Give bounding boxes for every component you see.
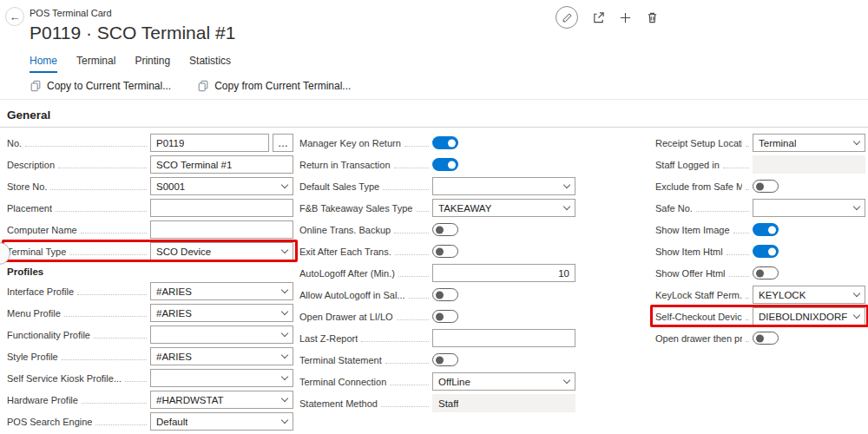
no-input[interactable]: P0119 [150, 134, 269, 152]
tab-home[interactable]: Home [30, 55, 57, 73]
field-label: Store No. [7, 181, 47, 192]
tab-printing[interactable]: Printing [135, 55, 170, 73]
action-copy-from-current-terminal[interactable]: Copy from Current Terminal... [197, 80, 351, 92]
dotted-leader [361, 341, 429, 342]
tab-terminal[interactable]: Terminal [76, 55, 115, 73]
keylock-staff-perm-gro-select[interactable]: KEYLOCK [753, 286, 865, 304]
autologoff-after-min-input[interactable]: 10 [432, 264, 575, 282]
show-item-image-toggle[interactable] [753, 223, 779, 236]
allow-autologoff-in-sal-toggle[interactable] [432, 288, 458, 301]
tab-strip: HomeTerminalPrintingStatistics [30, 55, 868, 73]
field-label: F&B Takeaway Sales Type [299, 203, 412, 214]
dotted-leader [397, 319, 429, 320]
dotted-leader [394, 168, 429, 168]
form-column-3: Receipt Setup LocationTerminalStaff Logg… [655, 132, 865, 349]
exit-after-each-trans-toggle[interactable] [432, 245, 458, 258]
field-control [432, 329, 575, 347]
f-b-takeaway-sales-type-select[interactable]: TAKEAWAY [432, 199, 575, 217]
field-control [753, 223, 865, 236]
online-trans-backup-toggle[interactable] [432, 223, 458, 236]
terminal-connection-select[interactable]: OffLine [432, 372, 575, 391]
field-row-exit-after-each-trans: Exit After Each Trans. [299, 240, 575, 262]
dotted-leader [95, 424, 147, 425]
description-input[interactable]: SCO Terminal #1 [150, 155, 293, 174]
field-label: Show Offer Html [655, 268, 726, 279]
action-bar-divider [0, 99, 868, 100]
last-z-report-input[interactable] [432, 329, 575, 347]
show-item-html-toggle[interactable] [753, 245, 779, 258]
field-control: #ARIES [150, 282, 293, 300]
field-row-show-offer-html: Show Offer Html [655, 262, 865, 284]
dotted-leader [56, 211, 147, 212]
interface-profile-select[interactable]: #ARIES [150, 282, 293, 300]
share-button[interactable] [592, 11, 605, 24]
dotted-leader [50, 189, 147, 190]
field-value: P0119 [156, 138, 184, 148]
functionality-profile-select[interactable] [150, 326, 293, 344]
field-label: Hardware Profile [7, 395, 78, 405]
tab-statistics[interactable]: Statistics [189, 55, 231, 73]
action-copy-to-current-terminal[interactable]: Copy to Current Terminal... [30, 80, 171, 92]
dotted-leader [390, 385, 429, 385]
field-row-exclude-from-safe-mgnt: Exclude from Safe Mgnt. [655, 175, 865, 197]
field-control: #ARIES [150, 304, 293, 322]
field-row-last-z-report: Last Z-Report [299, 327, 575, 349]
pencil-icon [562, 12, 573, 23]
terminal-statement-toggle[interactable] [432, 353, 458, 366]
edit-button[interactable] [556, 6, 578, 29]
field-row-interface-profile: Interface Profile#ARIES [7, 280, 293, 302]
field-control [150, 326, 293, 344]
delete-button[interactable] [646, 11, 659, 24]
form-column-1: No.P0119…DescriptionSCO Terminal #1Store… [7, 132, 293, 432]
field-control: Staff [432, 394, 575, 412]
exclude-from-safe-mgnt-toggle[interactable] [753, 180, 779, 193]
computer-name-input[interactable] [150, 220, 293, 239]
subsection-profiles: Profiles [7, 262, 293, 280]
field-row-open-drawer-then-print: Open drawer then print [655, 327, 865, 349]
field-value: OffLine [438, 377, 470, 387]
terminal-type-select[interactable]: SCO Device [150, 242, 293, 260]
dotted-leader [404, 146, 429, 147]
dotted-leader [81, 233, 147, 233]
form-columns: No.P0119…DescriptionSCO Terminal #1Store… [0, 132, 868, 432]
manager-key-on-return-toggle[interactable] [432, 136, 458, 149]
toggle-knob [756, 269, 764, 277]
field-row-store-no: Store No.S0001 [7, 175, 293, 197]
open-drawer-at-li-lo-toggle[interactable] [432, 310, 458, 323]
field-label: Placement [7, 203, 52, 214]
new-button[interactable] [619, 11, 632, 24]
field-label: Description [7, 160, 55, 170]
action-bar: Copy to Current Terminal...Copy from Cur… [30, 80, 868, 92]
field-row-terminal-connection: Terminal ConnectionOffLine [299, 371, 575, 392]
store-no-select[interactable]: S0001 [150, 177, 293, 195]
return-in-transaction-toggle[interactable] [432, 158, 458, 171]
dotted-leader [746, 341, 749, 342]
pos-search-engine-select[interactable]: Default [150, 412, 293, 431]
default-sales-type-select[interactable] [432, 177, 575, 195]
copy-icon [30, 80, 42, 92]
assist-edit-button[interactable]: … [273, 134, 293, 152]
open-drawer-then-print-toggle[interactable] [753, 332, 779, 345]
hardware-profile-select[interactable]: #HARDWSTAT [150, 391, 293, 409]
field-value: #ARIES [156, 286, 192, 297]
dotted-leader [733, 233, 749, 233]
field-control: S0001 [150, 177, 293, 195]
field-row-allow-autologoff-in-sal: Allow AutoLogoff in Sal... [299, 284, 575, 306]
toggle-knob [756, 182, 764, 190]
safe-no-select[interactable] [753, 199, 865, 217]
staff-logged-in-input [753, 155, 865, 174]
back-button[interactable]: ← [5, 7, 24, 26]
field-control: DIEBOLDNIXDORF [753, 307, 865, 326]
self-checkout-device-ty-select[interactable]: DIEBOLDNIXDORF [753, 307, 865, 326]
field-row-safe-no: Safe No. [655, 197, 865, 219]
placement-input[interactable] [150, 199, 293, 217]
toggle-knob [448, 161, 456, 168]
menu-profile-select[interactable]: #ARIES [150, 304, 293, 322]
receipt-setup-location-select[interactable]: Terminal [753, 134, 865, 152]
field-row-return-in-transaction: Return in Transaction [299, 154, 575, 175]
show-offer-html-toggle[interactable] [753, 266, 779, 279]
style-profile-select[interactable]: #ARIES [150, 347, 293, 365]
self-service-kiosk-profile-select[interactable] [150, 369, 293, 387]
field-control [753, 155, 865, 174]
field-value: S0001 [156, 181, 185, 192]
